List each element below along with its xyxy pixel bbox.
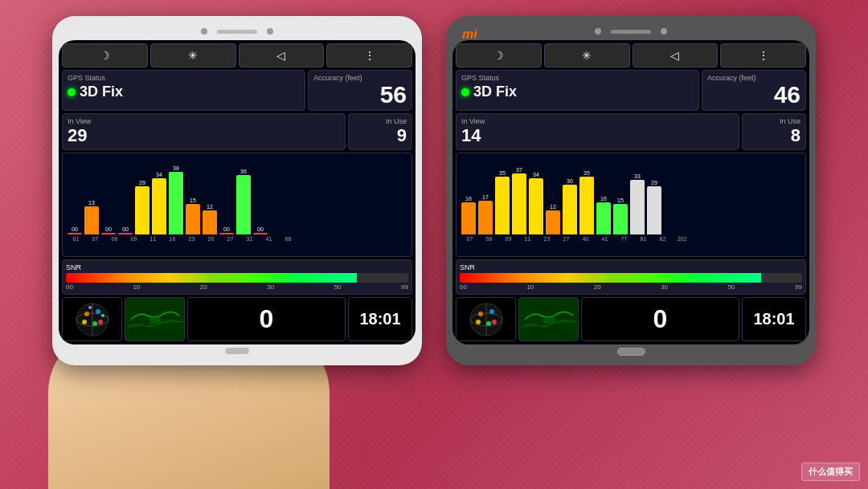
bar-label: 27 (558, 236, 575, 242)
snr-tick: 99 (795, 283, 802, 291)
phone1-moon-btn[interactable]: ☽ (62, 43, 148, 67)
phone1-chart: 001300002934381512003600 010708091116232… (62, 153, 412, 257)
bar-value: 34 (533, 172, 539, 177)
phone2-view-use-row: In View 14 In Use 8 (456, 113, 806, 150)
phone2-more-btn[interactable]: ⋮ (720, 43, 806, 67)
bar-label: 07 (461, 236, 478, 242)
bar-group: 00 (219, 226, 234, 234)
bar-label: 41 (260, 236, 277, 242)
phone1-snr-ticks: 001020305099 (66, 283, 408, 291)
phone1-top-bar (59, 22, 416, 40)
bar-group: 17 (478, 194, 493, 234)
phone1-speaker (217, 30, 257, 34)
phone1-share-btn[interactable]: ◁ (239, 43, 325, 67)
svg-point-21 (476, 320, 481, 324)
bar-label: 81 (635, 236, 652, 242)
bar-rect (101, 233, 116, 234)
phone2-share-btn[interactable]: ◁ (633, 43, 719, 67)
bar-label: 09 (500, 236, 517, 242)
phone1-bar-labels: 010708091116232627314168 (66, 236, 408, 242)
phone2-in-use-label: In Use (747, 117, 800, 125)
bar-rect (135, 186, 149, 234)
snr-tick: 30 (661, 283, 668, 291)
phone2-time: 18:01 (742, 297, 806, 341)
phone2-snr: SNR 001020305099 (456, 259, 806, 295)
bar-label: 11 (145, 236, 162, 242)
bar-label: 40 (577, 236, 594, 242)
phone1-snr-fill (66, 273, 357, 283)
bar-value: 30 (567, 178, 573, 184)
phone2-camera2 (661, 28, 667, 35)
watermark-text: 什么值得买 (801, 463, 860, 481)
bar-rect (253, 233, 268, 234)
phone1-home-btn[interactable] (225, 348, 249, 354)
bar-group: 34 (529, 172, 543, 234)
phone2-screen: ☽ ✳ ◁ ⋮ GPS Status 3D Fix Accur (452, 40, 809, 344)
phone1-counter: 0 (187, 297, 346, 341)
phone1-snr: SNR 001020305099 (62, 259, 412, 295)
bar-value: 17 (482, 194, 489, 200)
bar-value: 38 (173, 165, 179, 171)
bar-rect (461, 202, 476, 234)
bar-group: 29 (647, 180, 661, 234)
snr-tick: 99 (401, 283, 408, 291)
bar-value: 13 (88, 200, 95, 206)
phone2-moon-btn[interactable]: ☽ (456, 43, 542, 67)
snr-tick: 30 (267, 283, 274, 291)
phone1-snr-label: SNR (66, 263, 408, 271)
bar-group: 00 (68, 226, 82, 234)
bar-group: 16 (461, 196, 476, 234)
phone2-home-btn[interactable] (617, 348, 645, 356)
bar-value: 12 (550, 204, 556, 210)
bar-rect (68, 233, 82, 234)
phone2-accuracy-box: Accuracy (feet) 46 (702, 70, 806, 111)
phone2-bar-labels: 0708091123274041778182202 (460, 236, 802, 242)
bar-value: 33 (634, 173, 641, 179)
bar-group: 15 (613, 198, 628, 234)
phone2-in-view-box: In View 14 (456, 113, 739, 150)
phone2-accuracy-value: 46 (707, 83, 800, 107)
phone2-gps-box: GPS Status 3D Fix (456, 70, 699, 111)
phone2-brightness-btn[interactable]: ✳ (544, 43, 630, 67)
phone1-in-use-label: In Use (354, 117, 407, 125)
bar-group: 13 (84, 200, 99, 234)
bar-label: 23 (538, 236, 555, 242)
snr-tick: 20 (200, 283, 207, 291)
svg-point-8 (98, 320, 103, 324)
svg-point-20 (486, 321, 491, 326)
svg-point-19 (489, 309, 494, 314)
phone1-time: 18:01 (348, 297, 412, 341)
phone2-bottom-bar (452, 344, 809, 359)
phone2-status-row: GPS Status 3D Fix Accuracy (feet) 46 (456, 70, 806, 111)
bar-label: 31 (241, 236, 258, 242)
svg-point-4 (84, 312, 89, 316)
phone2-speaker (611, 30, 651, 34)
phone1-map (125, 297, 185, 341)
phone2-satellite-globe (456, 297, 516, 341)
phone2-bars: 161735373412303516153329 (460, 158, 802, 234)
bar-value: 00 (72, 226, 78, 232)
bar-rect (579, 177, 594, 234)
svg-point-5 (96, 309, 100, 314)
phone1-more-btn[interactable]: ⋮ (326, 43, 412, 67)
bar-value: 16 (600, 196, 607, 202)
phone1-brightness-btn[interactable]: ✳ (150, 43, 236, 67)
bar-label: 01 (68, 236, 84, 242)
phone1-gps-box: GPS Status 3D Fix (62, 70, 305, 111)
bar-group: 29 (135, 180, 149, 234)
phone2-snr-fill (460, 273, 761, 283)
phone-2: mi ☽ ✳ ◁ ⋮ GPS Status 3D Fix (446, 16, 816, 365)
bar-label: 08 (481, 236, 497, 242)
phone2-snr-ticks: 001020305099 (460, 283, 802, 291)
phone2-in-view-label: In View (461, 117, 734, 125)
phones-container: ☽ ✳ ◁ ⋮ GPS Status 3D Fix Accur (40, 16, 828, 365)
bar-group: 12 (546, 204, 560, 234)
bar-group: 30 (563, 178, 577, 234)
bar-rect (647, 186, 661, 234)
phone1-app: ☽ ✳ ◁ ⋮ GPS Status 3D Fix Accur (59, 40, 416, 344)
bar-value: 29 (139, 180, 145, 185)
bar-label: 27 (222, 236, 239, 242)
snr-tick: 50 (728, 283, 735, 291)
bar-label: 41 (596, 236, 613, 242)
svg-point-10 (101, 314, 104, 317)
